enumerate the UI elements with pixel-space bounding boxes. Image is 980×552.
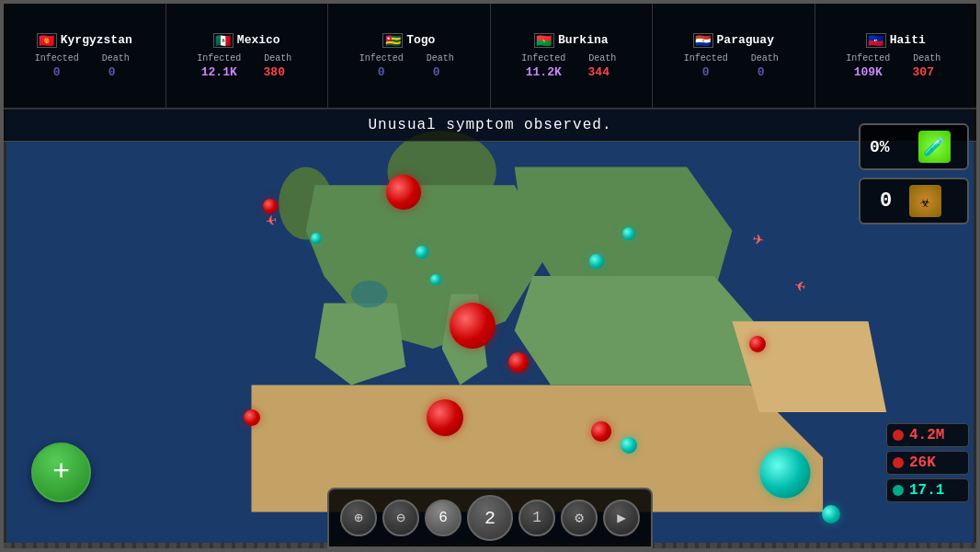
country-stat-togo[interactable]: 🇹🇬 Togo Infected Death 0 0 <box>328 4 491 108</box>
country-name-burkina: Burkina <box>558 33 609 47</box>
country-header-burkina: 🇧🇫 Burkina <box>534 33 609 48</box>
speed-1-label: 1 <box>532 510 541 526</box>
zoom-in-button[interactable]: ⊕ <box>340 500 377 536</box>
country-header-togo: 🇹🇬 Togo <box>382 33 435 48</box>
speed-6-label: 6 <box>439 510 448 526</box>
dna-container[interactable]: 0 ☣ <box>859 178 969 224</box>
infected-dot <box>893 430 904 441</box>
infected-value-kyrgyzstan: 0 <box>39 65 75 79</box>
stat-labels-burkina: Infected Death <box>521 53 621 63</box>
zoom-in-icon: ⊕ <box>354 509 363 527</box>
stat-labels-kyrgyzstan: Infected Death <box>35 53 134 63</box>
total-infected-value: 4.2M <box>909 427 944 443</box>
death-label-mexico: Death <box>259 53 296 63</box>
total-infected-stat: 4.2M <box>886 423 969 447</box>
total-healthy-stat: 17.1 <box>886 478 969 502</box>
country-header-kyrgyzstan: 🇰🇬 Kyrgyzstan <box>37 33 132 48</box>
flag-mexico: 🇲🇽 <box>213 33 234 48</box>
cure-percent: 0% <box>870 138 911 156</box>
death-label-kyrgyzstan: Death <box>97 53 134 63</box>
country-header-mexico: 🇲🇽 Mexico <box>213 33 280 48</box>
country-name-mexico: Mexico <box>237 33 280 47</box>
death-label-burkina: Death <box>584 53 621 63</box>
country-stat-burkina[interactable]: 🇧🇫 Burkina Infected Death 11.2K 344 <box>491 4 654 108</box>
country-name-paraguay: Paraguay <box>717 33 774 47</box>
country-stat-paraguay[interactable]: 🇵🇾 Paraguay Infected Death 0 0 <box>653 4 815 108</box>
bottom-toolbar: ⊕ ⊖ 6 2 1 ⚙ ▶ <box>327 488 653 548</box>
infected-label-mexico: Infected <box>197 53 241 63</box>
country-name-togo: Togo <box>406 33 435 47</box>
notification-bar: Unusual symptom observed. <box>4 109 976 142</box>
infected-label-burkina: Infected <box>521 53 565 63</box>
settings-button[interactable]: ⚙ <box>561 500 598 536</box>
country-stat-kyrgyzstan[interactable]: 🇰🇬 Kyrgyzstan Infected Death 0 0 <box>4 4 166 108</box>
add-icon: + <box>52 455 70 489</box>
zoom-out-button[interactable]: ⊖ <box>382 500 419 536</box>
infected-value-burkina: 11.2K <box>525 65 562 79</box>
stat-values-kyrgyzstan: 0 0 <box>39 65 131 79</box>
total-deaths-value: 26K <box>909 454 936 471</box>
stat-labels-paraguay: Infected Death <box>684 53 783 63</box>
stat-labels-togo: Infected Death <box>359 53 459 63</box>
infected-value-mexico: 12.1K <box>200 65 237 79</box>
cure-icon: 🧪 <box>918 131 951 163</box>
infected-value-haiti: 109K <box>849 65 886 79</box>
dna-icon: ☣ <box>909 185 941 217</box>
country-header-paraguay: 🇵🇾 Paraguay <box>693 33 774 48</box>
total-deaths-stat: 26K <box>886 451 969 475</box>
death-label-paraguay: Death <box>746 53 783 63</box>
flag-kyrgyzstan: 🇰🇬 <box>37 33 57 48</box>
cure-bar: 0% 🧪 <box>859 123 969 170</box>
death-value-paraguay: 0 <box>743 65 780 79</box>
stat-values-haiti: 109K 307 <box>849 65 941 79</box>
death-value-kyrgyzstan: 0 <box>94 65 131 79</box>
flag-haiti: 🇭🇹 <box>866 33 886 48</box>
flag-togo: 🇹🇬 <box>382 33 403 48</box>
death-value-burkina: 344 <box>580 65 617 79</box>
zoom-out-icon: ⊖ <box>396 509 405 527</box>
death-label-haiti: Death <box>908 53 945 63</box>
speed-2-label: 2 <box>484 508 496 529</box>
infected-label-haiti: Infected <box>846 53 890 63</box>
country-stat-haiti[interactable]: 🇭🇹 Haiti Infected Death 109K 307 <box>815 4 977 108</box>
bottom-right-stats: 4.2M 26K 17.1 <box>886 423 969 502</box>
dna-count: 0 <box>870 190 902 213</box>
stat-values-burkina: 11.2K 344 <box>525 65 617 79</box>
stat-values-mexico: 12.1K 380 <box>200 65 292 79</box>
infected-value-togo: 0 <box>363 65 400 79</box>
speed-2-button[interactable]: 2 <box>467 495 513 541</box>
death-value-togo: 0 <box>418 65 455 79</box>
stat-labels-mexico: Infected Death <box>197 53 296 63</box>
death-value-mexico: 380 <box>256 65 292 79</box>
infected-value-paraguay: 0 <box>688 65 724 79</box>
stats-bar: 🇰🇬 Kyrgyzstan Infected Death 0 0 🇲🇽 Mexi… <box>4 4 976 109</box>
infected-label-togo: Infected <box>359 53 404 63</box>
country-header-haiti: 🇭🇹 Haiti <box>866 33 926 48</box>
add-button[interactable]: + <box>31 443 91 502</box>
infected-label-kyrgyzstan: Infected <box>35 53 79 63</box>
settings-icon: ⚙ <box>575 509 584 527</box>
death-value-haiti: 307 <box>905 65 941 79</box>
stat-values-paraguay: 0 0 <box>688 65 780 79</box>
forward-icon: ▶ <box>617 509 626 527</box>
forward-button[interactable]: ▶ <box>603 500 640 536</box>
country-name-haiti: Haiti <box>890 33 926 47</box>
notification-text: Unusual symptom observed. <box>368 117 611 133</box>
country-name-kyrgyzstan: Kyrgyzstan <box>61 33 132 47</box>
total-healthy-value: 17.1 <box>909 482 944 499</box>
stat-values-togo: 0 0 <box>363 65 455 79</box>
infected-label-paraguay: Infected <box>684 53 728 63</box>
speed-1-button[interactable]: 1 <box>518 500 555 536</box>
speed-6-button[interactable]: 6 <box>425 500 462 536</box>
flag-paraguay: 🇵🇾 <box>693 33 713 48</box>
country-stat-mexico[interactable]: 🇲🇽 Mexico Infected Death 12.1K 380 <box>166 4 329 108</box>
svg-point-3 <box>351 281 387 308</box>
game-frame: ✈✈✈ 🇰🇬 Kyrgyzstan Infected Death 0 0 🇲🇽 … <box>0 0 980 552</box>
deaths-dot <box>893 457 904 468</box>
healthy-dot <box>893 485 904 496</box>
stat-labels-haiti: Infected Death <box>846 53 945 63</box>
right-panel: 0% 🧪 0 ☣ <box>859 123 969 224</box>
flag-burkina: 🇧🇫 <box>534 33 554 48</box>
death-label-togo: Death <box>422 53 459 63</box>
